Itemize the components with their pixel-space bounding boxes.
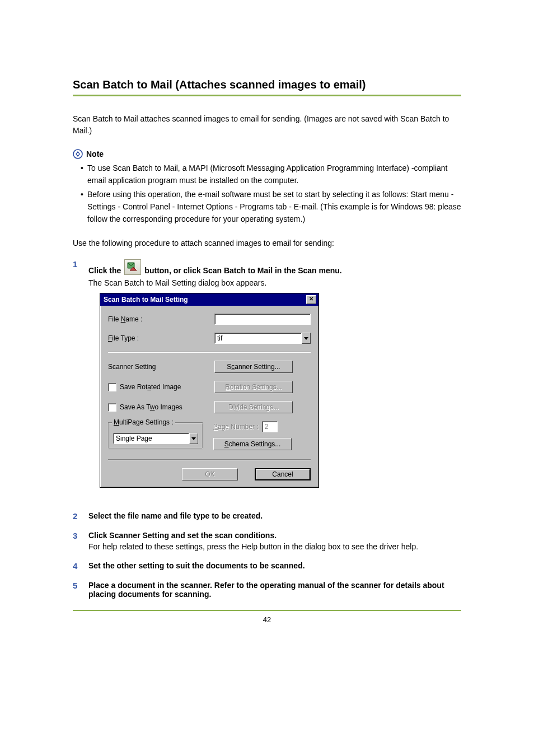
page-number-input: 2 <box>262 421 278 432</box>
step-1-sub: The Scan Batch to Mail Setting dialog bo… <box>88 278 461 287</box>
note-item: To use Scan Batch to Mail, a MAPI (Micro… <box>81 162 461 186</box>
heading-rule <box>73 95 461 96</box>
note-icon <box>73 149 83 159</box>
ok-button: OK <box>182 468 238 480</box>
step-number: 1 <box>73 259 81 501</box>
dialog-title: Scan Batch to Mail Setting <box>104 296 188 304</box>
step-3-text: Click Scanner Setting and set the scan c… <box>88 531 461 540</box>
cancel-button[interactable]: Cancel <box>255 468 311 480</box>
divide-settings-button: Divide Settings... <box>214 401 293 413</box>
footer-rule <box>73 610 461 611</box>
file-type-select[interactable]: tif <box>214 333 311 344</box>
note-header: Note <box>73 149 461 159</box>
close-icon[interactable]: ✕ <box>306 295 316 304</box>
file-name-input[interactable] <box>214 314 311 325</box>
schema-settings-button[interactable]: Schema Settings... <box>213 438 292 450</box>
save-two-images-checkbox[interactable] <box>108 403 116 412</box>
file-type-label: File Type : <box>108 334 214 342</box>
scan-batch-to-mail-dialog: Scan Batch to Mail Setting ✕ File Name :… <box>100 293 319 488</box>
step-number: 4 <box>73 561 81 571</box>
step-number: 5 <box>73 581 81 599</box>
page-title: Scan Batch to Mail (Attaches scanned ima… <box>73 78 461 91</box>
rotation-settings-button: Rotation Settings... <box>214 381 293 393</box>
step-4-text: Set the other setting to suit the docume… <box>88 561 305 570</box>
chevron-down-icon[interactable] <box>189 433 198 444</box>
save-rotated-label: Save Rotated Image <box>120 383 181 391</box>
step-1-text-post: button, or click Scan Batch to Mail in t… <box>144 266 341 275</box>
step-3-sub: For help related to these settings, pres… <box>88 542 461 551</box>
multipage-legend: MultiPage Settings : <box>112 418 175 426</box>
lead-text: Use the following procedure to attach sc… <box>73 237 461 249</box>
file-name-label: File Name : <box>108 315 214 323</box>
intro-text: Scan Batch to Mail attaches scanned imag… <box>73 113 461 137</box>
note-label: Note <box>86 150 104 158</box>
page-number: 42 <box>73 615 461 624</box>
step-number: 3 <box>73 531 81 551</box>
step-2-text: Select the file name and file type to be… <box>88 511 263 520</box>
scan-to-mail-toolbar-icon <box>124 259 141 275</box>
save-rotated-checkbox[interactable] <box>108 383 116 391</box>
multipage-fieldset: MultiPage Settings : Single Page <box>108 422 203 449</box>
step-5-text: Place a document in the scanner. Refer t… <box>88 581 444 599</box>
scanner-setting-label: Scanner Setting <box>108 363 214 371</box>
scanner-setting-button[interactable]: Scanner Setting... <box>214 361 293 373</box>
note-item: Before using this operation, the e-mail … <box>81 189 461 225</box>
multipage-select[interactable]: Single Page <box>113 433 198 444</box>
step-number: 2 <box>73 511 81 521</box>
page-number-label: Page Number : <box>213 423 259 431</box>
step-1-text-pre: Click the <box>88 266 121 275</box>
chevron-down-icon[interactable] <box>302 333 311 344</box>
svg-point-2 <box>77 153 79 155</box>
save-two-images-label: Save As Two Images <box>120 403 182 411</box>
